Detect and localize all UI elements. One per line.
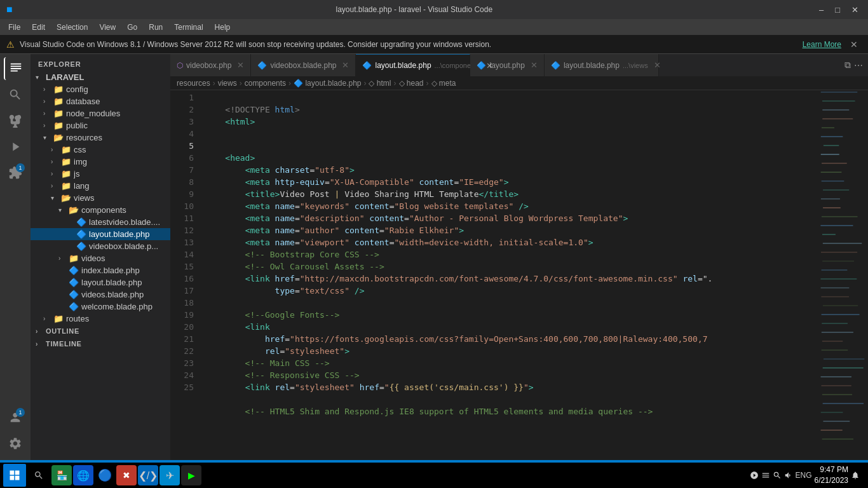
tree-item-config[interactable]: › 📁 config xyxy=(31,83,170,95)
tree-item-index-blade[interactable]: 🔷 index.blade.php xyxy=(31,264,170,276)
code-editor: 1 2 3 4 5 6 7 8 9 10 11 12 13 14 15 16 1… xyxy=(170,90,868,460)
tree-item-layout-blade2[interactable]: 🔷 layout.blade.php xyxy=(31,276,170,288)
taskbar-vscode[interactable]: ❮/❯ xyxy=(138,465,158,485)
tree-item-views[interactable]: ▾ 📂 views xyxy=(31,192,170,204)
menu-go[interactable]: Go xyxy=(122,22,142,33)
tree-item-laravel[interactable]: ▾ LARAVEL xyxy=(31,71,170,83)
breadcrumb-file[interactable]: 🔷 layout.blade.php xyxy=(294,79,361,88)
tabs-bar: ⬡ videobox.php ✕ 🔷 videobox.blade.php ✕ … xyxy=(170,54,868,76)
tree-item-js[interactable]: › 📁 js xyxy=(31,168,170,180)
tree-item-resources[interactable]: ▾ 📂 resources xyxy=(31,132,170,144)
tree-item-components[interactable]: ▾ 📂 components xyxy=(31,204,170,216)
breadcrumb-meta[interactable]: ◇ meta xyxy=(431,79,456,88)
tab-close-icon[interactable]: ✕ xyxy=(531,60,538,70)
notification-bar: ⚠ Visual Studio Code on Windows 8.1 / Wi… xyxy=(0,35,868,54)
breadcrumb-views[interactable]: views xyxy=(218,79,237,88)
menu-view[interactable]: View xyxy=(94,22,121,33)
title-text: layout.blade.php - laravel - Visual Stud… xyxy=(18,5,811,14)
breadcrumb-resources[interactable]: resources xyxy=(177,79,210,88)
menu-edit[interactable]: Edit xyxy=(27,22,50,33)
tree-item-database[interactable]: › 📁 database xyxy=(31,95,170,107)
breadcrumb-html[interactable]: ◇ html xyxy=(369,79,391,88)
breadcrumb-head[interactable]: ◇ head xyxy=(399,79,424,88)
outline-label: OUTLINE xyxy=(46,327,79,335)
taskbar-search[interactable] xyxy=(27,464,50,487)
activity-account[interactable]: 1 xyxy=(4,406,27,429)
main-layout: 1 1 EXPLORER ▾ LARAVEL › 📁 c xyxy=(0,54,868,460)
tab-close-icon[interactable]: ✕ xyxy=(486,61,493,71)
activity-source-control[interactable] xyxy=(4,109,27,132)
activity-settings[interactable] xyxy=(4,432,27,455)
tab-layout-blade-php-active[interactable]: 🔷 layout.blade.php ...\components ✕ xyxy=(356,54,470,76)
tree-label: views xyxy=(74,193,95,203)
breadcrumb-sep2: › xyxy=(240,79,242,88)
title-bar: ■ layout.blade.php - laravel - Visual St… xyxy=(0,0,868,19)
tree-item-public[interactable]: › 📁 public xyxy=(31,119,170,132)
folder-icon: 📁 xyxy=(61,157,71,166)
taskbar-ie[interactable]: 🌐 xyxy=(73,465,93,485)
minimap-canvas xyxy=(817,90,868,460)
tree-label: welcome.blade.php xyxy=(81,302,153,311)
taskbar-app-telegram[interactable]: ✈ xyxy=(159,465,180,485)
taskbar-lang[interactable]: ENG xyxy=(796,471,812,480)
minimap: // Draw fake minimap lines const canvas … xyxy=(817,90,868,460)
tree-item-welcome-blade[interactable]: 🔷 welcome.blade.php xyxy=(31,301,170,313)
tab-close-icon[interactable]: ✕ xyxy=(342,60,349,70)
tree-label: public xyxy=(66,121,88,130)
menu-file[interactable]: File xyxy=(3,22,25,33)
breadcrumb-components[interactable]: components xyxy=(245,79,286,88)
tab-label: videobox.blade.php xyxy=(270,61,336,70)
tree-item-videobox-blade[interactable]: 🔷 videobox.blade.p... xyxy=(31,240,170,252)
activity-extensions[interactable]: 1 xyxy=(4,161,27,184)
tree-item-lang[interactable]: › 📁 lang xyxy=(31,180,170,192)
menu-help[interactable]: Help xyxy=(210,22,236,33)
split-editor-icon[interactable]: ⧉ xyxy=(844,60,851,71)
tree-item-layout-blade[interactable]: 🔷 layout.blade.php xyxy=(31,228,170,240)
menu-selection[interactable]: Selection xyxy=(51,22,93,33)
window-controls[interactable]: – □ ✕ xyxy=(816,4,862,16)
activity-explorer[interactable] xyxy=(4,57,27,80)
start-button[interactable] xyxy=(3,464,26,487)
tree-item-videos-folder[interactable]: › 📁 videos xyxy=(31,252,170,264)
tree-item-img[interactable]: › 📁 img xyxy=(31,156,170,168)
tree-item-node-modules[interactable]: › 📁 node_modules xyxy=(31,107,170,119)
notification-close[interactable]: ✕ xyxy=(846,38,862,51)
tree-label: img xyxy=(74,157,87,166)
tree-label: resources xyxy=(66,133,102,142)
tab-label: layout.blade.php xyxy=(375,61,431,70)
tab-videobox-blade-php[interactable]: 🔷 videobox.blade.php ✕ xyxy=(251,54,356,76)
sidebar: EXPLORER ▾ LARAVEL › 📁 config › 📁 databa… xyxy=(31,54,170,460)
timeline-section-header[interactable]: › TIMELINE xyxy=(31,337,170,350)
tree-item-videos-blade[interactable]: 🔷 videos.blade.php xyxy=(31,288,170,301)
tree-item-latestvideo[interactable]: 🔷 latestvideo.blade.... xyxy=(31,216,170,228)
tree-item-css[interactable]: › 📁 css xyxy=(31,144,170,156)
taskbar-terminal[interactable]: ▶ xyxy=(181,465,201,485)
code-content[interactable]: <!DOCTYPE html> <html> <head> <meta char… xyxy=(199,90,817,460)
tab-layout-php[interactable]: 🔷 layout.php ✕ xyxy=(470,54,544,76)
tab-label: layout.blade.php xyxy=(564,61,620,70)
more-actions-icon[interactable]: ⋯ xyxy=(854,60,863,71)
activity-search[interactable] xyxy=(4,83,27,106)
learn-more-link[interactable]: Learn More xyxy=(803,40,841,49)
tab-close-icon[interactable]: ✕ xyxy=(654,60,661,70)
minimize-button[interactable]: – xyxy=(816,4,827,16)
menu-terminal[interactable]: Terminal xyxy=(169,22,208,33)
tab-layout-blade-php-views[interactable]: 🔷 layout.blade.php ...\views ✕ xyxy=(545,54,659,76)
maximize-button[interactable]: □ xyxy=(832,4,843,16)
tab-icon: 🔷 xyxy=(362,61,372,70)
tree-item-routes[interactable]: › 📁 routes xyxy=(31,313,170,325)
outline-section-header[interactable]: › OUTLINE xyxy=(31,325,170,337)
breadcrumb: resources › views › components › 🔷 layou… xyxy=(170,76,868,90)
taskbar-chrome[interactable]: 🔵 xyxy=(95,465,115,485)
tab-videobox-php[interactable]: ⬡ videobox.php ✕ xyxy=(170,54,251,76)
menu-run[interactable]: Run xyxy=(144,22,168,33)
close-button[interactable]: ✕ xyxy=(848,4,862,16)
activity-bar-bottom: 1 xyxy=(4,406,27,460)
activity-run[interactable] xyxy=(4,135,27,158)
taskbar-app4[interactable]: ✖ xyxy=(116,465,137,485)
tab-close-icon[interactable]: ✕ xyxy=(237,60,244,70)
folder-icon: 📁 xyxy=(61,169,71,179)
folder-icon: 📁 xyxy=(53,109,64,118)
taskbar-app-store[interactable]: 🏪 xyxy=(51,465,72,485)
timeline-label: TIMELINE xyxy=(46,340,82,348)
